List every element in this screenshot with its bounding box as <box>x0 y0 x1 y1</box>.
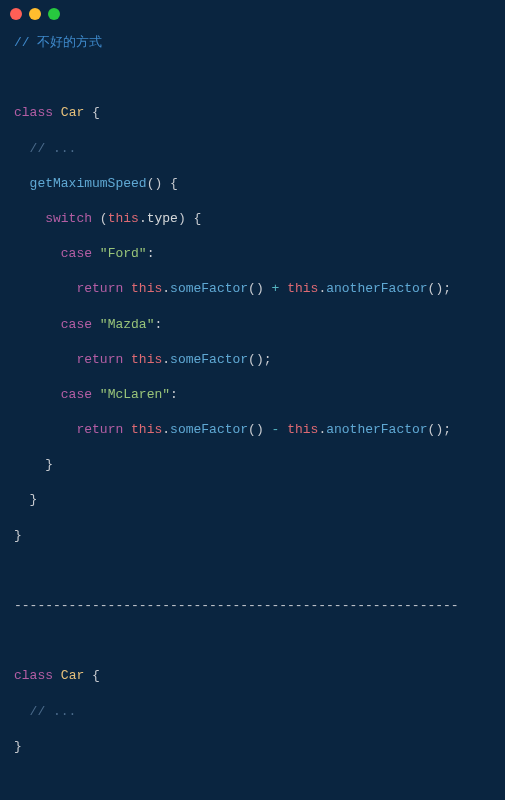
dot: . <box>162 422 170 437</box>
colon: : <box>154 317 162 332</box>
brace-open: { <box>92 668 100 683</box>
dot: . <box>139 211 147 226</box>
keyword-case: case <box>61 387 92 402</box>
brace-close: } <box>45 457 53 472</box>
method-call: someFactor <box>170 352 248 367</box>
keyword-this: this <box>287 422 318 437</box>
keyword-class: class <box>14 105 53 120</box>
comment-ellipsis: // ... <box>30 141 77 156</box>
comment-text: // 不好的方式 <box>14 35 102 50</box>
paren: ) <box>256 352 264 367</box>
keyword-switch: switch <box>45 211 92 226</box>
method-call: anotherFactor <box>326 281 427 296</box>
string-literal: "Ford" <box>100 246 147 261</box>
separator-line: ----------------------------------------… <box>14 597 491 615</box>
method-call: anotherFactor <box>326 422 427 437</box>
keyword-this: this <box>131 352 162 367</box>
paren: ( <box>248 281 256 296</box>
paren: ) <box>178 211 186 226</box>
string-literal: "McLaren" <box>100 387 170 402</box>
titlebar <box>0 0 505 28</box>
zoom-icon[interactable] <box>48 8 60 20</box>
semicolon: ; <box>264 352 272 367</box>
brace-open: { <box>194 211 202 226</box>
keyword-return: return <box>76 281 123 296</box>
keyword-this: this <box>131 281 162 296</box>
paren: ( <box>248 422 256 437</box>
class-name: Car <box>61 105 84 120</box>
dot: . <box>162 281 170 296</box>
paren: ( <box>100 211 108 226</box>
brace-open: { <box>92 105 100 120</box>
brace-open: { <box>170 176 178 191</box>
keyword-case: case <box>61 317 92 332</box>
keyword-case: case <box>61 246 92 261</box>
keyword-this: this <box>131 422 162 437</box>
brace-close: } <box>30 492 38 507</box>
keyword-return: return <box>76 352 123 367</box>
code-block: // 不好的方式 class Car { // ... getMaximumSp… <box>0 28 505 800</box>
paren: ) <box>256 281 264 296</box>
minimize-icon[interactable] <box>29 8 41 20</box>
paren: ( <box>248 352 256 367</box>
brace-close: } <box>14 528 22 543</box>
operator-plus: + <box>272 281 280 296</box>
semicolon: ; <box>443 281 451 296</box>
colon: : <box>170 387 178 402</box>
close-icon[interactable] <box>10 8 22 20</box>
method-call: someFactor <box>170 281 248 296</box>
keyword-class: class <box>14 668 53 683</box>
code-window: // 不好的方式 class Car { // ... getMaximumSp… <box>0 0 505 800</box>
paren: ) <box>256 422 264 437</box>
keyword-return: return <box>76 422 123 437</box>
keyword-this: this <box>108 211 139 226</box>
class-name: Car <box>61 668 84 683</box>
method-call: someFactor <box>170 422 248 437</box>
prop-type: type <box>147 211 178 226</box>
operator-minus: - <box>272 422 280 437</box>
semicolon: ; <box>443 422 451 437</box>
dot: . <box>162 352 170 367</box>
comment-ellipsis: // ... <box>30 704 77 719</box>
keyword-this: this <box>287 281 318 296</box>
method-name: getMaximumSpeed <box>30 176 147 191</box>
brace-close: } <box>14 739 22 754</box>
paren: ) <box>154 176 162 191</box>
string-literal: "Mazda" <box>100 317 155 332</box>
colon: : <box>147 246 155 261</box>
